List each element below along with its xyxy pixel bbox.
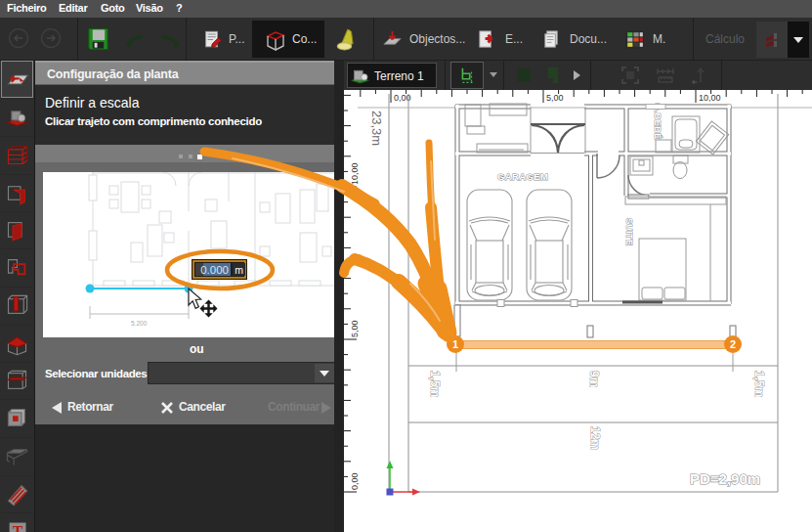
svg-text:1: 1 <box>452 338 458 350</box>
svg-text:1,5m: 1,5m <box>428 371 442 397</box>
svg-text:5.200: 5.200 <box>131 320 148 327</box>
svg-text:9m: 9m <box>587 371 601 387</box>
svg-text:5,00: 5,00 <box>546 93 564 103</box>
svg-text:5,00: 5,00 <box>350 320 360 337</box>
svg-text:2: 2 <box>730 338 736 350</box>
svg-text:12m: 12m <box>588 426 602 450</box>
svg-text:23,3m: 23,3m <box>369 111 384 146</box>
svg-text:SUITE: SUITE <box>624 218 635 245</box>
svg-text:1,5m: 1,5m <box>752 371 766 397</box>
svg-text:PD=2,90m: PD=2,90m <box>690 470 760 487</box>
svg-text:m: m <box>235 264 243 276</box>
svg-text:T: T <box>13 523 23 532</box>
svg-text:0,00: 0,00 <box>350 472 360 490</box>
svg-text:10,00: 10,00 <box>350 162 360 185</box>
svg-text:GARAGEM: GARAGEM <box>497 171 548 182</box>
svg-text:0.000: 0.000 <box>200 264 229 276</box>
svg-text:10,00: 10,00 <box>699 93 721 103</box>
